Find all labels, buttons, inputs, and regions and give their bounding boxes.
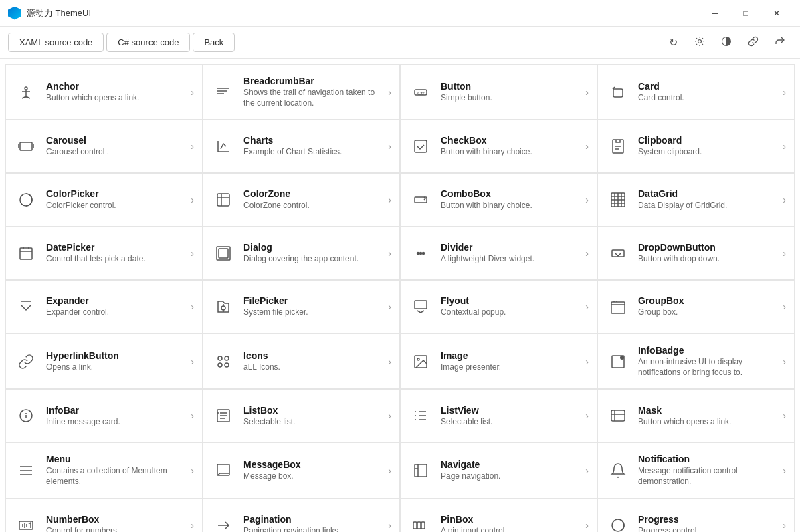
- filepicker-arrow: ›: [388, 301, 391, 312]
- card-icons[interactable]: Icons aLL Icons. ›: [203, 334, 400, 389]
- navigate-title: Navigate: [441, 459, 580, 470]
- card-button[interactable]: Ctrl Button Simple button. ›: [400, 64, 597, 120]
- card-datagrid[interactable]: DataGrid Data Display of GridGrid. ›: [597, 173, 795, 227]
- card-carousel[interactable]: Carousel Carousel control . ›: [5, 120, 203, 173]
- colorzone-icon: [211, 188, 235, 212]
- card-pagination[interactable]: Pagination Pagination navigation links. …: [203, 499, 400, 532]
- breadcrumbbar-icon: [211, 80, 235, 104]
- card-infobadge[interactable]: InfoBadge An non-intrusive UI to display…: [597, 334, 795, 389]
- navigate-content: Navigate Page navigation.: [441, 459, 580, 482]
- card-notification[interactable]: Notification Message notification contro…: [597, 442, 795, 498]
- card-image[interactable]: Image Image presenter. ›: [400, 334, 597, 389]
- pagination-content: Pagination Pagination navigation links.: [243, 514, 383, 532]
- card-dropdownbutton[interactable]: DropDownButton Button with drop down. ›: [597, 227, 795, 280]
- back-button[interactable]: Back: [193, 33, 235, 52]
- colorpicker-desc: ColorPicker control.: [46, 201, 185, 211]
- infobadge-desc: An non-intrusive UI to display notificat…: [638, 357, 777, 378]
- card-expander[interactable]: Expander Expander control. ›: [5, 280, 203, 334]
- card-charts[interactable]: Charts Example of Chart Statistics. ›: [203, 120, 400, 173]
- card-groupbox[interactable]: GroupBox Group box. ›: [597, 280, 795, 334]
- hyperlinkbutton-desc: Opens a link.: [46, 362, 185, 373]
- carousel-arrow: ›: [191, 141, 194, 152]
- clipboard-icon: [606, 134, 630, 158]
- colorzone-title: ColorZone: [243, 188, 383, 199]
- clipboard-arrow: ›: [783, 141, 786, 152]
- combobox-title: ComboBox: [441, 188, 580, 199]
- listview-desc: Selectable list.: [441, 417, 580, 428]
- refresh-button[interactable]: ↻: [661, 31, 685, 55]
- clipboard-title: Clipboard: [638, 135, 777, 146]
- card-numberbox[interactable]: NumberBox Control for numbers. ›: [5, 499, 203, 532]
- card-mask[interactable]: Mask Button which opens a link. ›: [597, 389, 795, 442]
- notification-icon: [606, 458, 630, 483]
- card-filepicker[interactable]: FilePicker System file picker. ›: [203, 280, 400, 334]
- carousel-icon: [14, 134, 38, 158]
- card-dialog[interactable]: Dialog Dialog covering the app content. …: [203, 227, 400, 280]
- svg-point-14: [417, 253, 419, 255]
- numberbox-content: NumberBox Control for numbers.: [46, 514, 185, 532]
- card-checkbox[interactable]: CheckBox Button with binary choice. ›: [400, 120, 597, 173]
- link-button[interactable]: [741, 31, 765, 55]
- pagination-arrow: ›: [388, 520, 391, 531]
- listview-arrow: ›: [585, 410, 589, 421]
- window-controls: ─ □ ✕: [700, 0, 792, 27]
- progress-title: Progress: [638, 514, 777, 525]
- settings-button[interactable]: [688, 31, 712, 55]
- card-datepicker[interactable]: DatePicker Control that lets pick a date…: [5, 227, 203, 280]
- card-messagebox[interactable]: MessageBox Message box. ›: [203, 442, 400, 498]
- close-button[interactable]: ✕: [761, 0, 792, 27]
- card-flyout[interactable]: Flyout Contextual popup. ›: [400, 280, 597, 334]
- notification-arrow: ›: [783, 465, 786, 476]
- card-anchor[interactable]: Anchor Button which opens a link. ›: [5, 64, 203, 120]
- divider-title: Divider: [441, 242, 580, 253]
- card-breadcrumbbar[interactable]: BreadcrumbBar Shows the trail of navigat…: [203, 64, 400, 120]
- card-listview[interactable]: ListView Selectable list. ›: [400, 389, 597, 442]
- card-infobar[interactable]: InfoBar Inline message card. ›: [5, 389, 203, 442]
- combobox-content: ComboBox Button with binary choice.: [441, 188, 580, 211]
- theme-button[interactable]: [714, 31, 738, 55]
- svg-rect-5: [415, 140, 427, 152]
- dialog-title: Dialog: [243, 242, 383, 253]
- card-navigate[interactable]: Navigate Page navigation. ›: [400, 442, 597, 498]
- navigate-arrow: ›: [585, 465, 589, 476]
- infobar-title: InfoBar: [46, 405, 185, 416]
- svg-rect-20: [611, 302, 625, 313]
- card-card[interactable]: Card Card control. ›: [597, 64, 795, 120]
- datepicker-desc: Control that lets pick a date.: [46, 254, 185, 265]
- card-menu[interactable]: Menu Contains a collection of MenuItem e…: [5, 442, 203, 498]
- colorpicker-title: ColorPicker: [46, 188, 185, 199]
- component-grid: Anchor Button which opens a link. › Brea…: [5, 64, 795, 532]
- svg-point-26: [417, 358, 419, 360]
- pinbox-arrow: ›: [585, 520, 589, 531]
- button-arrow: ›: [585, 87, 589, 98]
- carousel-title: Carousel: [46, 135, 185, 146]
- combobox-icon: [409, 188, 433, 212]
- card-arrow: ›: [783, 87, 786, 98]
- card-combobox[interactable]: ComboBox Button with binary choice. ›: [400, 173, 597, 227]
- svg-point-31: [217, 412, 219, 414]
- card-colorzone[interactable]: ColorZone ColorZone control. ›: [203, 173, 400, 227]
- svg-point-16: [423, 253, 425, 255]
- card-progress[interactable]: Progress Progress control. ›: [597, 499, 795, 532]
- csharp-source-button[interactable]: C# source code: [106, 33, 190, 52]
- share-button[interactable]: [768, 31, 792, 55]
- refresh-icon: ↻: [669, 36, 678, 49]
- progress-arrow: ›: [783, 520, 786, 531]
- card-hyperlinkbutton[interactable]: HyperlinkButton Opens a link. ›: [5, 334, 203, 389]
- card-colorpicker[interactable]: ColorPicker ColorPicker control. ›: [5, 173, 203, 227]
- minimize-button[interactable]: ─: [700, 0, 730, 27]
- infobar-icon: [14, 404, 38, 428]
- filepicker-icon: [211, 295, 235, 319]
- xaml-source-button[interactable]: XAML source code: [8, 33, 104, 52]
- maximize-button[interactable]: □: [730, 0, 761, 27]
- progress-content: Progress Progress control.: [638, 514, 777, 532]
- card-listbox[interactable]: ListBox Selectable list. ›: [203, 389, 400, 442]
- flyout-icon: [409, 295, 433, 319]
- button-icon: Ctrl: [409, 80, 433, 104]
- card-pinbox[interactable]: PinBox A pin input control. ›: [400, 499, 597, 532]
- svg-point-28: [620, 356, 624, 360]
- card-divider[interactable]: Divider A lightweight Diver widget. ›: [400, 227, 597, 280]
- progress-icon: [606, 513, 630, 532]
- listview-title: ListView: [441, 405, 580, 416]
- card-clipboard[interactable]: Clipboard System clipboard. ›: [597, 120, 795, 173]
